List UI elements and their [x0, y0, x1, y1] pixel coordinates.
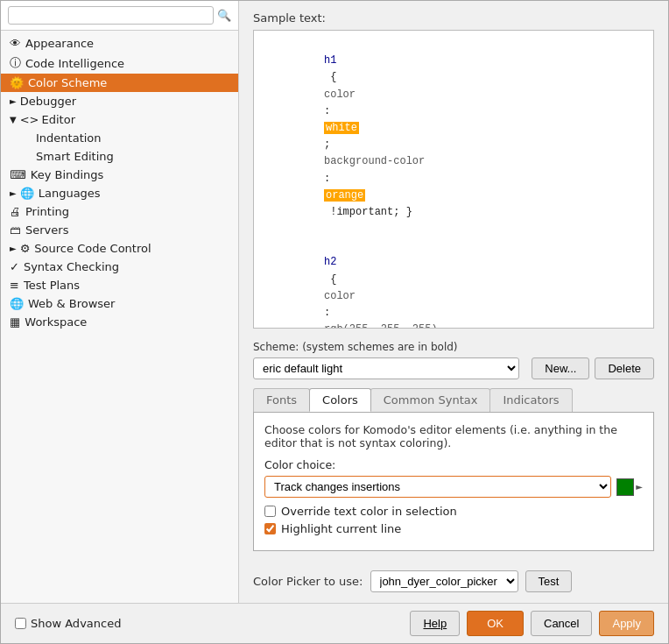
sidebar-item-label: Languages [39, 187, 101, 200]
semicolon: ; [324, 138, 336, 151]
tab-indicators[interactable]: Indicators [489, 388, 572, 412]
color-choice-row: Track changes insertions ► [264, 476, 643, 498]
prop-color2: color [324, 290, 356, 302]
new-button[interactable]: New... [532, 357, 589, 379]
sidebar-item-smart-editing[interactable]: Smart Editing [1, 147, 238, 166]
arrow-right-icon: ► [10, 96, 17, 106]
sidebar-item-printing[interactable]: 🖨 Printing [1, 202, 238, 221]
sample-label: Sample text: [253, 11, 654, 25]
scheme-select[interactable]: eric default light [253, 357, 519, 379]
tab-colors[interactable]: Colors [309, 388, 371, 412]
code-line-1: h1 { color : white ; background-color : … [261, 36, 646, 237]
ok-button[interactable]: OK [467, 611, 524, 636]
sidebar-item-label: Web & Browser [28, 297, 115, 310]
sidebar-item-editor[interactable]: ▼ <> Editor [1, 110, 238, 129]
globe2-icon: 🌐 [10, 297, 24, 310]
sidebar-item-syntax-checking[interactable]: ✓ Syntax Checking [1, 258, 238, 276]
show-advanced-row: Show Advanced [15, 617, 121, 630]
sidebar-item-key-bindings[interactable]: ⌨ Key Bindings [1, 166, 238, 184]
apply-button[interactable]: Apply [599, 611, 654, 636]
search-input[interactable] [8, 6, 214, 25]
override-checkbox-row: Override text color in selection [264, 505, 643, 518]
colon3: : [324, 307, 336, 319]
list-icon: ≡ [10, 279, 19, 292]
code-line-2: h2 { color : rgb(255, 255, 255) ; backgr… [261, 237, 646, 329]
override-checkbox[interactable] [264, 506, 276, 517]
footer-right: Help OK Cancel Apply [410, 611, 654, 636]
sidebar-item-label: Printing [25, 205, 69, 218]
sidebar-item-indentation[interactable]: Indentation [1, 129, 238, 147]
color-choice-select[interactable]: Track changes insertions [264, 476, 611, 498]
sidebar-item-label: Appearance [25, 37, 94, 50]
check-icon: ✓ [10, 260, 19, 273]
sidebar-item-label: Syntax Checking [24, 260, 119, 273]
search-icon[interactable]: 🔍 [217, 9, 231, 22]
arrow-right-icon: ► [10, 188, 17, 198]
val-orange: orange [324, 189, 365, 202]
sidebar-item-source-code-control[interactable]: ► ⚙ Source Code Control [1, 239, 238, 258]
rgb-val: rgb(255, 255, 255) [324, 323, 438, 329]
sidebar-item-workspace[interactable]: ▦ Workspace [1, 313, 238, 331]
tab-fonts[interactable]: Fonts [253, 388, 310, 412]
tab-indicators-label: Indicators [503, 393, 559, 407]
sidebar-item-label: Servers [25, 223, 68, 237]
tag-h2: h2 [324, 256, 336, 268]
sidebar-item-web-browser[interactable]: 🌐 Web & Browser [1, 294, 238, 313]
sidebar-item-color-scheme[interactable]: 🌞 Color Scheme [1, 74, 238, 92]
brace-open: { [324, 71, 343, 83]
sidebar: 🔍 👁 Appearance ⓘ Code Intelligence 🌞 Col… [1, 1, 239, 603]
main-content: Sample text: h1 { color : white ; backgr… [239, 1, 668, 603]
scheme-select-wrap: eric default light [253, 357, 519, 379]
sidebar-item-label: Indentation [36, 131, 102, 145]
tag-h1: h1 [324, 54, 336, 67]
override-label: Override text color in selection [281, 505, 457, 518]
tab-fonts-label: Fonts [266, 393, 297, 407]
sidebar-item-test-plans[interactable]: ≡ Test Plans [1, 276, 238, 294]
sidebar-item-label: Color Scheme [28, 76, 107, 89]
test-button[interactable]: Test [525, 570, 573, 592]
color-swatch[interactable] [616, 478, 634, 496]
show-advanced-checkbox[interactable] [15, 618, 26, 629]
search-bar: 🔍 [1, 1, 238, 31]
sidebar-item-code-intelligence[interactable]: ⓘ Code Intelligence [1, 53, 238, 74]
color-swatch-arrow[interactable]: ► [636, 482, 643, 492]
delete-button[interactable]: Delete [595, 357, 654, 379]
color-picker-select[interactable]: john_dyer_color_picker [370, 570, 518, 592]
sidebar-item-label: Editor [42, 113, 75, 126]
sidebar-item-servers[interactable]: 🗃 Servers [1, 221, 238, 239]
help-button[interactable]: Help [410, 611, 460, 636]
sidebar-item-debugger[interactable]: ► Debugger [1, 92, 238, 110]
color-choice-label: Color choice: [264, 458, 643, 471]
globe-icon: 🌐 [20, 187, 34, 200]
dialog-body: 🔍 👁 Appearance ⓘ Code Intelligence 🌞 Col… [1, 1, 668, 603]
info-icon: ⓘ [10, 55, 21, 71]
sidebar-item-languages[interactable]: ► 🌐 Languages [1, 184, 238, 202]
tool-icon: ⚙ [20, 242, 31, 255]
important: !important; } [324, 206, 412, 218]
val-white: white [324, 122, 359, 134]
prop-bg: background-color [324, 155, 425, 167]
nav-tree: 👁 Appearance ⓘ Code Intelligence 🌞 Color… [1, 31, 238, 335]
sidebar-item-label: Debugger [20, 95, 76, 108]
printer-icon: 🖨 [10, 205, 21, 218]
keyboard-icon: ⌨ [10, 168, 26, 181]
highlight-checkbox[interactable] [264, 523, 276, 534]
sidebar-item-label: Smart Editing [36, 150, 114, 163]
sidebar-item-label: Test Plans [24, 279, 80, 292]
colon: : [324, 105, 336, 117]
sidebar-item-appearance[interactable]: 👁 Appearance [1, 34, 238, 53]
highlight-label: Highlight current line [281, 522, 401, 535]
prop-color: color [324, 88, 356, 101]
tab-common-syntax-label: Common Syntax [384, 393, 478, 407]
tab-common-syntax[interactable]: Common Syntax [370, 388, 491, 412]
footer: Show Advanced Help OK Cancel Apply [1, 603, 668, 643]
sidebar-item-label: Workspace [25, 315, 87, 329]
arrow-down-icon: ▼ [10, 115, 17, 124]
cancel-button[interactable]: Cancel [531, 611, 592, 636]
color-picker-row: Color Picker to use: john_dyer_color_pic… [253, 570, 654, 592]
editor-prefix: <> [20, 113, 39, 126]
arrow-right-icon: ► [10, 244, 17, 253]
tab-content-colors: Choose colors for Komodo's editor elemen… [253, 413, 654, 551]
scheme-label: Scheme: (system schemes are in bold) [253, 341, 654, 353]
sidebar-item-label: Key Bindings [31, 168, 104, 181]
